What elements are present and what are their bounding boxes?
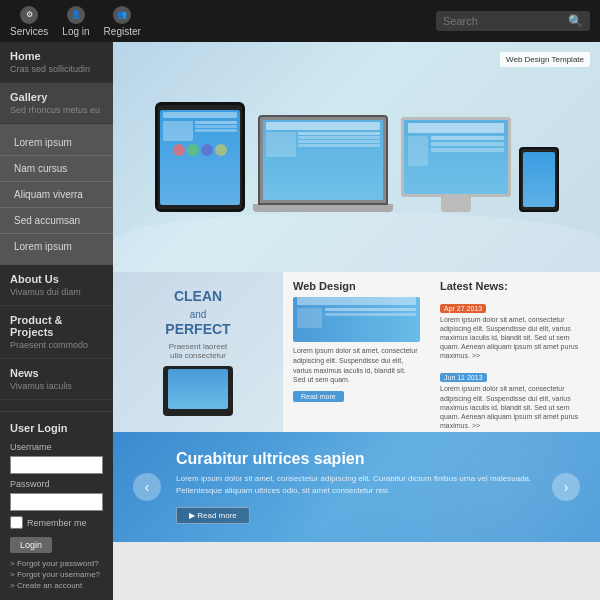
sidebar: Home Cras sed sollicitudin Gallery Sed r… bbox=[0, 42, 113, 600]
news-text-2: Lorem ipsum dolor sit amet, consectetur … bbox=[440, 384, 590, 429]
sidebar-products-title: Product & Projects bbox=[10, 314, 103, 338]
web-design-title: Web Design bbox=[293, 280, 420, 292]
create-account-link[interactable]: Create an account bbox=[10, 581, 103, 590]
news-text-1: Lorem ipsum dolor sit amet, consectetur … bbox=[440, 315, 590, 360]
forgot-username-link[interactable]: Forgot your username? bbox=[10, 570, 103, 579]
phone-device bbox=[519, 147, 559, 212]
phone-screen bbox=[523, 152, 555, 207]
clean-sub: Praesent laoreetulla consectetur bbox=[169, 342, 228, 360]
topbar-nav: ⚙ Services 👤 Log in 👥 Register bbox=[10, 6, 418, 37]
login-button[interactable]: Login bbox=[10, 537, 52, 553]
sidebar-about-sub: Vivamus dui diam bbox=[10, 287, 103, 297]
user-login-panel: User Login Username Password Remember me… bbox=[0, 411, 113, 600]
main-layout: Home Cras sed sollicitudin Gallery Sed r… bbox=[0, 42, 600, 600]
services-label: Services bbox=[10, 26, 48, 37]
news-item-2: Jun 11 2013 Lorem ipsum dolor sit amet, … bbox=[440, 366, 590, 429]
remember-checkbox[interactable] bbox=[10, 516, 23, 529]
web-design-preview bbox=[293, 297, 420, 342]
sidebar-item-about[interactable]: About Us Vivamus dui diam bbox=[0, 265, 113, 306]
sidebar-about-title: About Us bbox=[10, 273, 103, 285]
sidebar-home-title: Home bbox=[10, 50, 103, 62]
laptop-base bbox=[253, 204, 393, 212]
news-item-1: Apr 27 2013 Lorem ipsum dolor sit amet, … bbox=[440, 297, 590, 360]
username-label: Username bbox=[10, 442, 103, 452]
register-nav-item[interactable]: 👥 Register bbox=[104, 6, 141, 37]
forgot-password-link[interactable]: Forgot your password? bbox=[10, 559, 103, 568]
sidebar-nav: Home Cras sed sollicitudin Gallery Sed r… bbox=[0, 42, 113, 411]
web-design-text: Lorem ipsum dolor sit amet, consectetur … bbox=[293, 346, 420, 385]
cta-text: Lorem ipsum dolor sit amet, consectetur … bbox=[176, 473, 537, 495]
gallery-submenu: Lorem ipsum Nam cursus Aliquam viverra S… bbox=[0, 124, 113, 265]
news-badge-2: Jun 11 2013 bbox=[440, 373, 487, 382]
login-panel-title: User Login bbox=[10, 422, 103, 434]
submenu-item-4[interactable]: Sed accumsan bbox=[0, 208, 113, 234]
laptop-screen bbox=[263, 120, 383, 200]
monitor-wrapper bbox=[401, 117, 511, 212]
clean-line2: PERFECT bbox=[165, 321, 230, 337]
laptop-wrapper bbox=[253, 115, 393, 212]
register-icon: 👥 bbox=[113, 6, 131, 24]
monitor-device bbox=[401, 117, 511, 197]
sidebar-item-gallery[interactable]: Gallery Sed rhoncus metus eu bbox=[0, 83, 113, 124]
services-icon: ⚙ bbox=[20, 6, 38, 24]
username-input[interactable] bbox=[10, 456, 103, 474]
hero-bg-wave bbox=[113, 212, 600, 272]
topbar: ⚙ Services 👤 Log in 👥 Register 🔍 bbox=[0, 0, 600, 42]
monitor-stand bbox=[441, 197, 471, 212]
cta-banner: ‹ Curabitur ultrices sapien Lorem ipsum … bbox=[113, 432, 600, 542]
screen-bar-1 bbox=[163, 112, 237, 118]
latest-news-section: Latest News: Apr 27 2013 Lorem ipsum dol… bbox=[430, 272, 600, 432]
login-icon: 👤 bbox=[67, 6, 85, 24]
sidebar-item-products[interactable]: Product & Projects Praesent commodo bbox=[0, 306, 113, 359]
web-design-section: Web Design Lorem ipsum dolor sit amet, c… bbox=[283, 272, 430, 432]
hand-tablet-mockup bbox=[163, 366, 233, 416]
submenu-item-3[interactable]: Aliquam viverra bbox=[0, 182, 113, 208]
search-icon: 🔍 bbox=[568, 14, 583, 28]
cta-content: Curabitur ultrices sapien Lorem ipsum do… bbox=[161, 450, 552, 523]
cta-next-arrow[interactable]: › bbox=[552, 473, 580, 501]
content-area: Web Design Template bbox=[113, 42, 600, 600]
web-design-template-label: Web Design Template bbox=[500, 52, 590, 67]
web-design-template-text: Web Design Template bbox=[506, 55, 584, 64]
sidebar-news-sub: Vivamus iaculis bbox=[10, 381, 103, 391]
login-links: Forgot your password? Forgot your userna… bbox=[10, 559, 103, 590]
latest-news-title: Latest News: bbox=[440, 280, 590, 292]
tablet-screen bbox=[160, 110, 240, 205]
clean-and: and bbox=[190, 309, 207, 320]
sidebar-item-home[interactable]: Home Cras sed sollicitudin bbox=[0, 42, 113, 83]
cta-prev-arrow[interactable]: ‹ bbox=[133, 473, 161, 501]
clean-line1: CLEAN bbox=[174, 288, 222, 304]
sidebar-gallery-sub: Sed rhoncus metus eu bbox=[10, 105, 103, 115]
hero-area: Web Design Template bbox=[113, 42, 600, 272]
services-nav-item[interactable]: ⚙ Services bbox=[10, 6, 48, 37]
sidebar-products-sub: Praesent commodo bbox=[10, 340, 103, 350]
tablet-hand-area: CLEAN and PERFECT Praesent laoreetulla c… bbox=[113, 272, 283, 432]
sidebar-item-news[interactable]: News Vivamus iaculis bbox=[0, 359, 113, 400]
sidebar-news-title: News bbox=[10, 367, 103, 379]
mid-section: CLEAN and PERFECT Praesent laoreetulla c… bbox=[113, 272, 600, 432]
search-input[interactable] bbox=[443, 15, 563, 27]
login-label: Log in bbox=[62, 26, 89, 37]
submenu-item-5[interactable]: Lorem ipsum bbox=[0, 234, 113, 259]
password-label: Password bbox=[10, 479, 103, 489]
news-badge-1: Apr 27 2013 bbox=[440, 304, 486, 313]
sidebar-home-sub: Cras sed sollicitudin bbox=[10, 64, 103, 74]
register-label: Register bbox=[104, 26, 141, 37]
laptop-device bbox=[258, 115, 388, 205]
cta-read-more-button[interactable]: ▶ Read more bbox=[176, 507, 250, 524]
submenu-item-1[interactable]: Lorem ipsum bbox=[0, 130, 113, 156]
remember-label: Remember me bbox=[27, 518, 87, 528]
login-nav-item[interactable]: 👤 Log in bbox=[62, 6, 89, 37]
password-input[interactable] bbox=[10, 493, 103, 511]
sidebar-gallery-title: Gallery bbox=[10, 91, 103, 103]
read-more-button[interactable]: Read more bbox=[293, 391, 344, 402]
devices-container bbox=[155, 102, 559, 212]
search-box: 🔍 bbox=[436, 11, 590, 31]
cta-btn-label: Read more bbox=[197, 511, 237, 520]
cta-btn-icon: ▶ bbox=[189, 511, 197, 520]
tablet-device bbox=[155, 102, 245, 212]
cta-title: Curabitur ultrices sapien bbox=[176, 450, 537, 468]
remember-row: Remember me bbox=[10, 516, 103, 529]
clean-text: CLEAN and PERFECT bbox=[165, 288, 230, 338]
submenu-item-2[interactable]: Nam cursus bbox=[0, 156, 113, 182]
